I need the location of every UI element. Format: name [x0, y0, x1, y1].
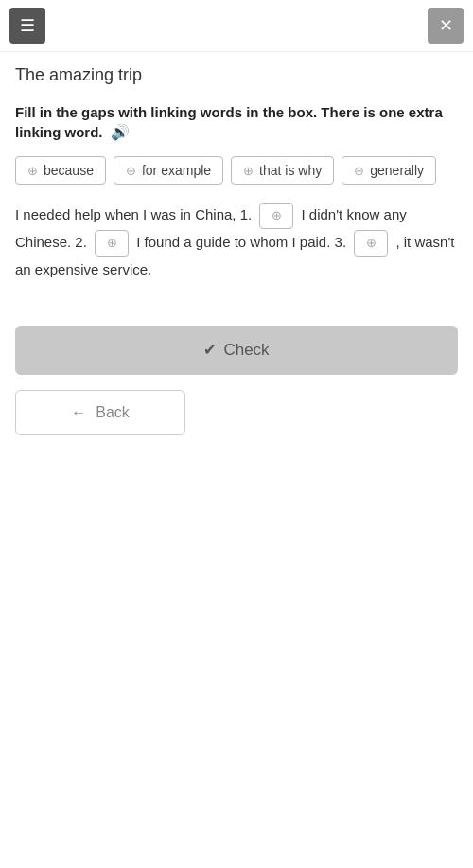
- chip-because-label: because: [44, 163, 94, 178]
- drop1-icon: ⊕: [272, 204, 282, 228]
- check-button[interactable]: ✔ Check: [15, 326, 458, 375]
- chips-container: ⊕ because ⊕ for example ⊕ that is why ⊕ …: [15, 156, 458, 185]
- main-content: Fill in the gaps with linking words in t…: [0, 93, 473, 303]
- sentence1-before: I needed help when I was in China, 1.: [15, 206, 252, 222]
- chip-because[interactable]: ⊕ because: [15, 156, 106, 185]
- header-bar: ☰ ✕: [0, 0, 473, 52]
- back-button[interactable]: ← Back: [15, 390, 185, 435]
- menu-button[interactable]: ☰: [9, 8, 45, 44]
- drag-icon-for-example: ⊕: [126, 164, 136, 178]
- exercise-text: I needed help when I was in China, 1. ⊕ …: [15, 202, 458, 284]
- drop-target-1[interactable]: ⊕: [259, 203, 293, 229]
- check-label: Check: [223, 341, 269, 360]
- chip-that-is-why-label: that is why: [259, 163, 322, 178]
- check-icon: ✔: [203, 341, 216, 359]
- drag-icon-that-is-why: ⊕: [243, 164, 254, 178]
- drop2-icon: ⊕: [107, 232, 117, 256]
- drop-target-2[interactable]: ⊕: [95, 230, 129, 257]
- speaker-icon[interactable]: 🔊: [111, 124, 130, 140]
- sentence2-after: I found a guide to whom I paid. 3.: [136, 234, 346, 250]
- chip-generally-label: generally: [370, 163, 424, 178]
- chip-that-is-why[interactable]: ⊕ that is why: [231, 156, 334, 185]
- close-button[interactable]: ✕: [428, 8, 464, 44]
- drop-target-3[interactable]: ⊕: [354, 230, 388, 257]
- instruction-text: Fill in the gaps with linking words in t…: [15, 102, 458, 143]
- chip-generally[interactable]: ⊕ generally: [342, 156, 436, 185]
- back-arrow-icon: ←: [71, 404, 86, 421]
- chip-for-example[interactable]: ⊕ for example: [114, 156, 223, 185]
- back-label: Back: [96, 404, 130, 421]
- chip-for-example-label: for example: [142, 163, 211, 178]
- drop3-icon: ⊕: [366, 232, 377, 256]
- page-title: The amazing trip: [0, 52, 473, 93]
- instruction-body: Fill in the gaps with linking words in t…: [15, 104, 443, 140]
- drag-icon-because: ⊕: [27, 164, 38, 178]
- drag-icon-generally: ⊕: [354, 164, 364, 178]
